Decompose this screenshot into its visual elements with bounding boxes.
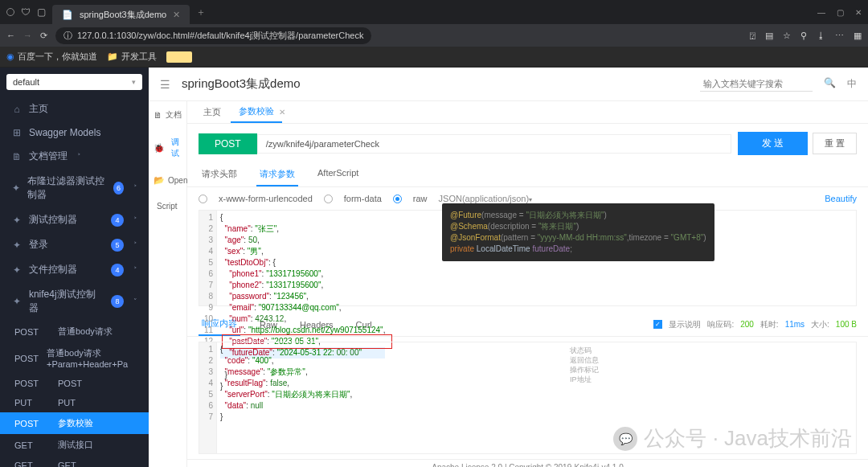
endpoint-label: 参数校验 (58, 417, 93, 429)
bookmark-baidu[interactable]: ◉ 百度一下，你就知道 (6, 51, 97, 63)
code-tooltip: @Future(message = "日期必须为将来日期")@Schema(de… (442, 203, 714, 261)
mini-nav-Open[interactable]: 📂Open (149, 167, 186, 194)
chevron-icon: ˃ (77, 153, 81, 161)
bookmark-blank[interactable] (166, 51, 192, 63)
chevron-down-icon[interactable]: ▾ (132, 78, 136, 86)
sidebar-item-icon: ⊞ (11, 127, 23, 138)
method-label: POST (14, 379, 50, 388)
chevron-icon: ˃ (133, 266, 137, 274)
sidebar-sub-item-0[interactable]: POST 普通body请求 (0, 321, 149, 342)
profile-icon[interactable] (6, 8, 14, 16)
chevron-icon: ˃ (133, 241, 137, 249)
sidebar-item-icon: 🗎 (11, 151, 23, 162)
bookmark-devtools[interactable]: 📁 开发工具 (107, 51, 157, 63)
method-badge: POST (199, 133, 257, 154)
sidebar-sub-item-4[interactable]: POST 参数校验 (0, 412, 149, 434)
sidebar-item-6[interactable]: ✦ 文件控制器 4 ˃ (0, 257, 149, 282)
endpoint-label: 普通body请求 (58, 326, 113, 338)
search-icon[interactable]: 🔍 (824, 77, 836, 91)
mini-icon: 📂 (154, 175, 165, 186)
url-field[interactable]: ⓘ 127.0.0.1:1030/zyw/doc.html#/default/k… (55, 27, 371, 44)
back-button[interactable]: ← (6, 31, 15, 40)
param-tab-2[interactable]: AfterScript (314, 163, 362, 186)
browser-titlebar: 🛡 ▢ 📄 springBoot3集成demo ✕ ＋ — ▢ ✕ (0, 0, 868, 24)
sidebar-item-icon: ✦ (11, 296, 23, 307)
content-tab-1[interactable]: 参数校验 (231, 101, 282, 123)
maximize-button[interactable]: ▢ (837, 8, 844, 17)
page-title: springBoot3集成demo (182, 76, 301, 92)
sidebar-item-icon: ✦ (11, 215, 23, 226)
doc-search-input[interactable] (700, 76, 813, 92)
topbar: ☰ springBoot3集成demo 🔍 中 (149, 68, 868, 101)
mini-nav-Script[interactable]: Script (149, 194, 186, 219)
tab-close-icon[interactable]: ✕ (279, 108, 285, 117)
translate-icon[interactable]: ⍰ (750, 31, 755, 41)
shield-icon[interactable]: 🛡 (21, 6, 31, 18)
sidebar-item-1[interactable]: ⊞ Swagger Models (0, 121, 149, 144)
sidebar-item-4[interactable]: ✦ 测试控制器 4 ˃ (0, 207, 149, 232)
sidebar-search[interactable]: ▾ (6, 74, 142, 90)
sidebar-item-icon: ✦ (11, 264, 23, 276)
sidebar-item-label: knife4j测试控制器 (29, 288, 104, 315)
beautify-button[interactable]: Beautify (825, 194, 857, 203)
method-label: POST (14, 419, 50, 428)
mini-icon: 🗎 (154, 110, 162, 120)
reader-icon[interactable]: ▤ (765, 31, 773, 41)
sidebar-item-7[interactable]: ✦ knife4j测试控制器 8 ˅ (0, 282, 149, 321)
info-icon[interactable]: ⓘ (63, 30, 72, 42)
sidebar-sub-item-3[interactable]: PUT PUT (0, 393, 149, 412)
tab-favicon: 📄 (62, 10, 73, 20)
content-tab-0[interactable]: 主页 (195, 102, 229, 122)
send-button[interactable]: 发 送 (738, 132, 808, 155)
folder-icon: 📁 (107, 51, 118, 62)
close-button[interactable]: ✕ (855, 8, 862, 17)
sidebar-item-icon: ⌂ (11, 104, 23, 115)
sidebar-sub-item-5[interactable]: GET 测试接口 (0, 434, 149, 456)
wechat-icon: 💬 (613, 427, 637, 451)
sidebar-sub-item-2[interactable]: POST POST (0, 374, 149, 393)
body-type-radio-x-www-form-urlencoded[interactable] (199, 195, 207, 203)
baidu-icon: ◉ (6, 51, 14, 62)
extension-icon[interactable]: ▦ (854, 31, 862, 41)
sidebar-sub-item-1[interactable]: POST 普通body请求+Param+Header+Pa (0, 342, 149, 374)
param-tab-1[interactable]: 请求参数 (256, 163, 298, 186)
pin-icon[interactable]: ⚲ (800, 31, 807, 41)
download-icon[interactable]: ⭳ (817, 31, 825, 41)
content-type-select[interactable]: JSON(application/json)▾ (439, 194, 533, 203)
mini-nav-文档[interactable]: 🗎文档 (149, 101, 186, 129)
chevron-icon: ˃ (133, 184, 137, 192)
show-desc-checkbox[interactable]: ✓ (653, 320, 662, 329)
menu-icon[interactable]: ⋯ (835, 31, 844, 41)
body-type-radio-raw[interactable] (393, 195, 402, 203)
new-tab-button[interactable]: ＋ (196, 6, 206, 19)
star-icon[interactable]: ☆ (783, 31, 791, 41)
minimize-button[interactable]: — (817, 8, 825, 17)
endpoint-label: PUT (58, 398, 76, 408)
sidebar-item-5[interactable]: ✦ 登录 5 ˃ (0, 232, 149, 257)
sidebar-search-input[interactable] (13, 77, 132, 87)
sidebar-item-icon: ✦ (11, 182, 21, 194)
sidebar-item-icon: ✦ (11, 240, 23, 251)
reset-button[interactable]: 重 置 (813, 133, 857, 154)
body-type-radio-form-data[interactable] (324, 195, 333, 203)
lang-icon[interactable]: 中 (847, 77, 857, 91)
body-type-label: form-data (344, 194, 382, 203)
tab-title: springBoot3集成demo (80, 9, 166, 21)
sidebar-item-3[interactable]: ✦ 布隆过滤器测试控制器 6 ˃ (0, 169, 149, 207)
forward-button[interactable]: → (23, 31, 32, 40)
chevron-icon: ˅ (133, 297, 137, 305)
sidebar-sub-item-6[interactable]: GET GET (0, 456, 149, 467)
hamburger-icon[interactable]: ☰ (160, 78, 170, 91)
request-code[interactable]: { "name": "张三", "age": 50, "sex": "男", "… (217, 211, 388, 305)
param-tab-0[interactable]: 请求头部 (199, 163, 240, 186)
square-icon[interactable]: ▢ (37, 6, 46, 18)
sidebar-badge: 4 (111, 264, 124, 277)
sidebar-item-2[interactable]: 🗎 文档管理 ˃ (0, 144, 149, 169)
tab-close-icon[interactable]: ✕ (173, 10, 180, 20)
sidebar-item-0[interactable]: ⌂ 主页 (0, 96, 149, 121)
api-url-input[interactable]: /zyw/knife4j/parameterCheck (257, 134, 731, 154)
mini-nav-调试[interactable]: 🐞调试 (149, 129, 186, 167)
browser-tab[interactable]: 📄 springBoot3集成demo ✕ (52, 5, 190, 24)
reload-button[interactable]: ⟳ (40, 31, 47, 41)
sidebar: ▾ ⌂ 主页 ⊞ Swagger Models 🗎 文档管理 ˃✦ 布隆过滤器测… (0, 68, 149, 467)
